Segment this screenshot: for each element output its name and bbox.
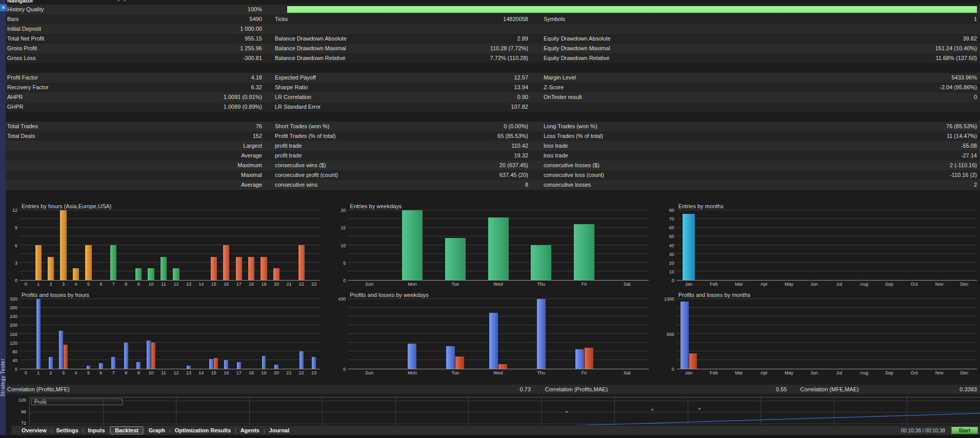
y-tick-label: 0 [343, 278, 346, 283]
tab-journal[interactable]: Journal [265, 427, 294, 433]
tab-overview[interactable]: Overview [17, 427, 51, 433]
chart-slot [726, 210, 751, 280]
x-tick-label: May [776, 281, 802, 288]
stats-row: Gross Profit1 255.96Balance Drawdown Max… [6, 44, 980, 53]
stat-value: 110.28 (7.72%) [411, 44, 528, 53]
x-tick-label: 21 [283, 281, 295, 288]
chart: Entries by weekdays05101520SunMonTueWedT… [334, 202, 648, 288]
chart-slot [902, 299, 927, 369]
chart-slot [477, 210, 520, 280]
chart-slot [95, 299, 107, 369]
stat-label: Expected Payoff [262, 73, 411, 83]
x-tick-label: 3 [57, 281, 69, 288]
tab-optimization-results[interactable]: Optimization Results [171, 427, 235, 433]
stat-label: profit trade [262, 141, 411, 151]
stat-label: Balance Drawdown Absolute [262, 34, 411, 44]
y-tick-label: 280 [10, 306, 17, 310]
stat-label: History Quality [6, 5, 139, 14]
bar [135, 268, 142, 280]
x-tick-label: 21 [283, 369, 295, 376]
x-tick-label: 6 [95, 281, 107, 288]
scatter-point [698, 408, 701, 410]
x-tick-label: Dec [952, 369, 977, 376]
stat-label [6, 161, 139, 170]
x-tick-label: 0 [19, 281, 32, 288]
stat-value: 14820058 [411, 14, 528, 24]
chart-slot [751, 299, 776, 369]
chart-slot [45, 299, 57, 369]
stat-label: Long Trades (won %) [528, 122, 687, 131]
profit-bar [489, 313, 498, 369]
charts-row-pnl: Profits and losses by hours0408012016020… [6, 291, 980, 376]
loss-bar [689, 353, 697, 369]
x-tick-label: 0 [19, 369, 32, 376]
stat-value: 1 [687, 14, 980, 24]
close-icon[interactable]: ✕ [123, 0, 130, 3]
chevron-down-icon[interactable]: ▾ [117, 0, 123, 3]
chart: Profits and losses by hours0408012016020… [6, 291, 320, 376]
tab-bar-right: 00:10:38 / 00:10:38 Start [901, 427, 978, 434]
stat-label: consecutive wins ($) [262, 161, 411, 170]
correlation-value: 0.3383 [959, 385, 977, 394]
stat-label: consecutive profit (count) [262, 170, 411, 180]
correlation-cell: Correlation (Profits,MFE)0.73 [6, 385, 534, 394]
stat-label [6, 170, 139, 180]
chart-slot [606, 299, 649, 369]
y-tick-label: 6 [15, 243, 17, 248]
stat-value: 151.24 (10.40%) [687, 44, 980, 53]
navigator-titlebar: Navigator ▾✕ [6, 0, 980, 5]
x-tick-label: Sun [348, 281, 391, 288]
y-tick-label: 120 [18, 397, 26, 402]
loss-bar [214, 358, 218, 369]
loss-bar [498, 364, 507, 369]
correlation-value: 0.73 [519, 385, 530, 394]
profit-bar [681, 302, 689, 369]
chart-slot [852, 210, 877, 280]
x-tick-label: 22 [295, 281, 308, 288]
chart-slot [257, 210, 270, 280]
y-tick-label: 5 [343, 261, 346, 265]
bar [445, 238, 466, 280]
stat-value: 2 (-110.16) [687, 161, 980, 170]
x-tick-label: 23 [308, 369, 320, 376]
chart-title: Entries by months [663, 202, 977, 210]
stat-value: 4.18 [139, 73, 262, 83]
y-tick-label: 0 [343, 367, 346, 372]
bar [223, 245, 229, 280]
chart-slot [827, 299, 852, 369]
x-tick-label: 8 [120, 281, 132, 288]
stat-label: profit trade [262, 151, 411, 161]
chart-slot [220, 210, 232, 280]
stat-label: loss trade [528, 141, 687, 151]
x-tick-label: 8 [120, 369, 132, 376]
stats-row: Maximumconsecutive wins ($)20 (637.45)co… [6, 161, 980, 170]
y-tick-label: 200 [10, 323, 17, 328]
stat-label: consecutive losses ($) [528, 161, 687, 170]
x-tick-label: Apr [751, 369, 776, 376]
chart-slot [208, 210, 220, 280]
chart-slot [70, 299, 82, 369]
tab-inputs[interactable]: Inputs [84, 427, 109, 433]
tab-settings[interactable]: Settings [52, 427, 83, 433]
y-tick-label: 240 [10, 314, 17, 319]
profit-scatter-plot: Profit [29, 397, 980, 427]
y-tick-label: 430 [338, 297, 346, 302]
strategy-tester-panel-tab[interactable]: Strategy Tester [0, 359, 6, 397]
tab-graph[interactable]: Graph [145, 427, 169, 433]
tab-backtest[interactable]: Backtest [110, 426, 143, 434]
tab-agents[interactable]: Agents [236, 427, 264, 433]
chart-slot [270, 299, 283, 369]
stat-value: 1.0091 (0.91%) [139, 92, 262, 102]
chart-slot [57, 299, 69, 369]
stats-separator [6, 63, 980, 73]
chart-slot [195, 299, 207, 369]
chart-slot [120, 210, 132, 280]
navigator-close-button[interactable]: ✕ [0, 4, 7, 11]
start-button[interactable]: Start [951, 427, 978, 434]
stats-row: Profit Factor4.18Expected Payoff12.57Mar… [6, 73, 980, 83]
x-tick-label: Dec [952, 281, 977, 288]
scatter-point [566, 411, 568, 413]
stats-row: Recovery Factor6.32Sharpe Ratio13.94Z-Sc… [6, 83, 980, 92]
elapsed-time: 00:10:38 / 00:10:38 [901, 428, 945, 433]
x-tick-label: 4 [70, 369, 82, 376]
